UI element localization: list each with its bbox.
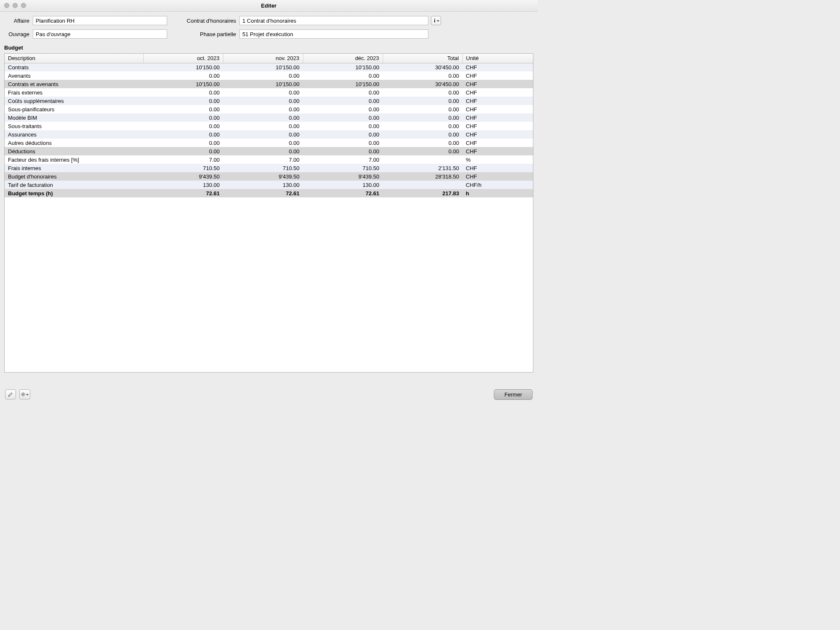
cell-m1: 0.00 bbox=[143, 139, 223, 147]
col-unit[interactable]: Unité bbox=[462, 54, 533, 63]
cell-total: 30'450.00 bbox=[383, 80, 462, 88]
cell-m1: 10'150.00 bbox=[143, 80, 223, 88]
table-row[interactable]: Frais internes710.50710.50710.502'131.50… bbox=[5, 164, 533, 172]
cell-m3: 710.50 bbox=[303, 164, 383, 172]
cell-desc: Tarif de facturation bbox=[5, 181, 143, 189]
table-row[interactable]: Déductions0.000.000.000.00CHF bbox=[5, 147, 533, 155]
table-row[interactable]: Autres déductions0.000.000.000.00CHF bbox=[5, 139, 533, 147]
cell-unit: CHF bbox=[462, 172, 533, 181]
table-row[interactable]: Facteur des frais internes [%]7.007.007.… bbox=[5, 155, 533, 164]
cell-m1: 0.00 bbox=[143, 147, 223, 155]
col-month-1[interactable]: oct. 2023 bbox=[143, 54, 223, 63]
cell-unit: CHF bbox=[462, 147, 533, 155]
table-row[interactable]: Sous-planificateurs0.000.000.000.00CHF bbox=[5, 105, 533, 113]
cell-unit: CHF bbox=[462, 164, 533, 172]
cell-unit: CHF bbox=[462, 63, 533, 71]
cell-desc: Facteur des frais internes [%] bbox=[5, 155, 143, 164]
table-row[interactable]: Coûts supplémentaires0.000.000.000.00CHF bbox=[5, 97, 533, 105]
cell-m2: 0.00 bbox=[223, 139, 303, 147]
cell-m2: 0.00 bbox=[223, 130, 303, 139]
cell-m2: 0.00 bbox=[223, 147, 303, 155]
close-button[interactable]: Fermer bbox=[494, 389, 533, 400]
cell-total: 0.00 bbox=[383, 122, 462, 130]
cell-desc: Assurances bbox=[5, 130, 143, 139]
cell-total: 0.00 bbox=[383, 88, 462, 97]
info-icon: i bbox=[434, 18, 435, 24]
window-controls bbox=[4, 3, 26, 8]
cell-m2: 0.00 bbox=[223, 122, 303, 130]
cell-m3: 0.00 bbox=[303, 147, 383, 155]
cell-total bbox=[383, 181, 462, 189]
cell-m1: 7.00 bbox=[143, 155, 223, 164]
table-row[interactable]: Tarif de facturation130.00130.00130.00CH… bbox=[5, 181, 533, 189]
phase-label: Phase partielle bbox=[170, 31, 237, 37]
table-row[interactable]: Assurances0.000.000.000.00CHF bbox=[5, 130, 533, 139]
minimize-window-icon[interactable] bbox=[13, 3, 18, 8]
svg-point-0 bbox=[22, 394, 24, 395]
cell-m1: 0.00 bbox=[143, 88, 223, 97]
cell-m3: 0.00 bbox=[303, 130, 383, 139]
table-row[interactable]: Frais externes0.000.000.000.00CHF bbox=[5, 88, 533, 97]
cell-m2: 72.61 bbox=[223, 189, 303, 197]
titlebar: Editer bbox=[0, 0, 538, 12]
ouvrage-input[interactable] bbox=[33, 29, 167, 39]
table-row[interactable]: Budget d'honoraires9'439.509'439.509'439… bbox=[5, 172, 533, 181]
cell-m1: 10'150.00 bbox=[143, 63, 223, 71]
contrat-input[interactable] bbox=[239, 16, 428, 25]
cell-m1: 0.00 bbox=[143, 113, 223, 122]
cell-unit: CHF bbox=[462, 130, 533, 139]
cell-m1: 130.00 bbox=[143, 181, 223, 189]
table-row[interactable]: Contrats10'150.0010'150.0010'150.0030'45… bbox=[5, 63, 533, 71]
cell-desc: Sous-planificateurs bbox=[5, 105, 143, 113]
cell-m3: 0.00 bbox=[303, 105, 383, 113]
cell-m3: 0.00 bbox=[303, 122, 383, 130]
cell-m3: 0.00 bbox=[303, 71, 383, 80]
cell-m1: 0.00 bbox=[143, 71, 223, 80]
cell-total: 28'318.50 bbox=[383, 172, 462, 181]
cell-unit: % bbox=[462, 155, 533, 164]
budget-table-container: Description oct. 2023 nov. 2023 déc. 202… bbox=[4, 53, 533, 373]
cell-m1: 72.61 bbox=[143, 189, 223, 197]
cell-total: 2'131.50 bbox=[383, 164, 462, 172]
cell-unit: CHF bbox=[462, 139, 533, 147]
table-row[interactable]: Contrats et avenants10'150.0010'150.0010… bbox=[5, 80, 533, 88]
table-row[interactable]: Budget temps (h)72.6172.6172.61217.83h bbox=[5, 189, 533, 197]
cell-unit: CHF/h bbox=[462, 181, 533, 189]
affaire-input[interactable] bbox=[33, 16, 167, 25]
cell-total: 0.00 bbox=[383, 113, 462, 122]
cell-desc: Contrats bbox=[5, 63, 143, 71]
col-month-2[interactable]: nov. 2023 bbox=[223, 54, 303, 63]
budget-table[interactable]: Description oct. 2023 nov. 2023 déc. 202… bbox=[5, 54, 533, 197]
cell-m2: 0.00 bbox=[223, 88, 303, 97]
cell-unit: CHF bbox=[462, 113, 533, 122]
phase-input[interactable] bbox=[239, 29, 428, 39]
cell-m1: 0.00 bbox=[143, 130, 223, 139]
table-row[interactable]: Avenants0.000.000.000.00CHF bbox=[5, 71, 533, 80]
close-window-icon[interactable] bbox=[4, 3, 9, 8]
cell-desc: Frais externes bbox=[5, 88, 143, 97]
cell-desc: Budget d'honoraires bbox=[5, 172, 143, 181]
zoom-window-icon[interactable] bbox=[21, 3, 26, 8]
cell-m3: 0.00 bbox=[303, 88, 383, 97]
cell-desc: Frais internes bbox=[5, 164, 143, 172]
cell-unit: CHF bbox=[462, 88, 533, 97]
info-button[interactable]: i bbox=[431, 16, 441, 25]
cell-total: 0.00 bbox=[383, 105, 462, 113]
pencil-icon bbox=[8, 392, 13, 397]
col-description[interactable]: Description bbox=[5, 54, 143, 63]
cell-desc: Contrats et avenants bbox=[5, 80, 143, 88]
window-title: Editer bbox=[261, 3, 277, 9]
cell-m2: 0.00 bbox=[223, 97, 303, 105]
cell-m3: 0.00 bbox=[303, 113, 383, 122]
table-row[interactable]: Modèle BIM0.000.000.000.00CHF bbox=[5, 113, 533, 122]
contrat-label: Contrat d'honoraires bbox=[170, 18, 237, 24]
cell-m1: 0.00 bbox=[143, 105, 223, 113]
col-total[interactable]: Total bbox=[383, 54, 462, 63]
table-row[interactable]: Sous-traitants0.000.000.000.00CHF bbox=[5, 122, 533, 130]
col-month-3[interactable]: déc. 2023 bbox=[303, 54, 383, 63]
cell-m3: 0.00 bbox=[303, 139, 383, 147]
cell-m2: 7.00 bbox=[223, 155, 303, 164]
cell-unit: CHF bbox=[462, 97, 533, 105]
settings-tool-button[interactable] bbox=[19, 389, 30, 399]
edit-tool-button[interactable] bbox=[5, 389, 16, 399]
